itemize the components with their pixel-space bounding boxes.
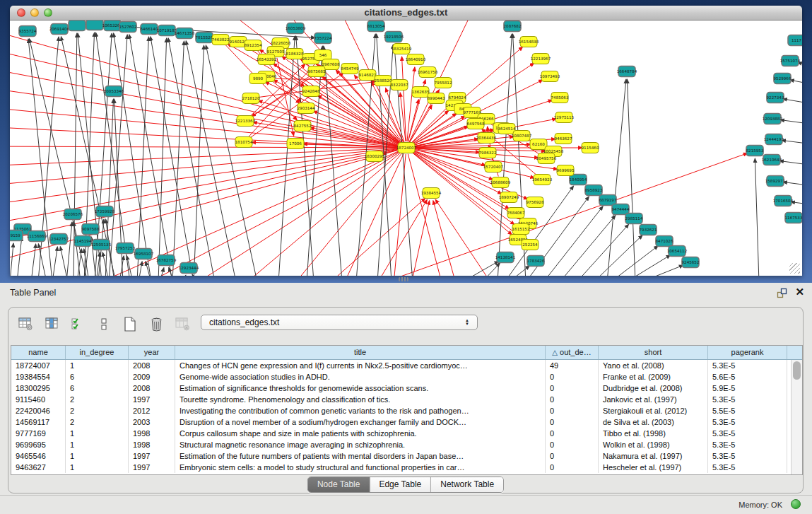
graph-node[interactable]: 1117 (788, 35, 802, 46)
graph-node[interactable]: 16961758 (418, 67, 438, 78)
graph-node[interactable]: 62160 (530, 139, 547, 150)
graph-node[interactable]: 16154838 (519, 37, 539, 47)
close-window-button[interactable] (17, 8, 25, 17)
zoom-window-button[interactable] (44, 8, 52, 17)
minimize-window-button[interactable] (30, 8, 39, 17)
scrollbar-thumb[interactable] (793, 361, 801, 380)
graph-node[interactable]: 39159 (10, 230, 23, 241)
column-header-pagerank[interactable]: pagerank (708, 346, 787, 359)
panel-splitter[interactable] (0, 276, 812, 283)
graph-node[interactable]: 9699695 (557, 165, 575, 176)
column-header-year[interactable]: year (129, 346, 175, 359)
graph-node[interactable]: 10688609 (490, 177, 511, 188)
graph-node[interactable]: 6497568 (467, 119, 485, 129)
vertical-scrollbar[interactable] (791, 360, 802, 474)
graph-node[interactable]: 1810754 (235, 137, 253, 148)
graph-node[interactable]: 17359928 (95, 206, 115, 217)
graph-node[interactable]: 14671358 (175, 28, 195, 39)
graph-node[interactable]: 8813054 (367, 21, 385, 32)
tab-network-table[interactable]: Network Table (431, 477, 503, 492)
graph-node[interactable]: 12093882 (763, 114, 782, 124)
graph-node[interactable]: 18640910 (406, 54, 426, 65)
column-header-name[interactable]: name (11, 346, 66, 359)
graph-node[interactable]: 17957253 (115, 243, 136, 254)
graph-node[interactable]: 9756928 (526, 197, 544, 208)
graph-node[interactable]: 15892971 (765, 176, 786, 187)
graph-node[interactable]: 9245652 (682, 257, 700, 268)
graph-node[interactable]: 12923444 (179, 263, 199, 274)
table-row[interactable]: 969969511998Structural magnetic resonanc… (11, 439, 802, 450)
close-icon[interactable]: ✕ (795, 286, 804, 298)
graph-node[interactable]: 7932621 (640, 225, 657, 235)
graph-node[interactable]: 11156869 (27, 231, 47, 242)
graph-node[interactable]: 16648784 (617, 66, 637, 77)
table-selector-dropdown[interactable]: citations_edges.txt ▲▼ (201, 315, 478, 330)
graph-node[interactable]: 9097588 (82, 224, 100, 235)
column-header-short[interactable]: short (599, 346, 708, 359)
graph-node[interactable]: 10654112 (667, 246, 687, 257)
graph-node[interactable] (69, 21, 86, 31)
graph-node[interactable]: 9355724 (19, 26, 37, 37)
table-row[interactable]: 2242004622012Investigating the contribut… (11, 405, 802, 416)
graph-node[interactable]: 18907249 (499, 192, 519, 203)
graph-node[interactable]: 12444193 (764, 134, 784, 145)
graph-node[interactable]: 1783426 (527, 256, 545, 267)
column-header-in-degree[interactable]: in_degree (66, 346, 129, 359)
graph-node[interactable]: 12505135 (91, 240, 112, 250)
tab-node-table[interactable]: Node Table (308, 477, 370, 492)
table-row[interactable]: 977716911998Corpus callosum shape and si… (11, 428, 802, 439)
graph-node[interactable]: 9115460 (582, 143, 599, 153)
graph-node[interactable]: 15720407 (483, 162, 504, 173)
graph-node[interactable]: 10973493 (540, 71, 560, 82)
graph-node[interactable]: 1145194 (74, 236, 92, 247)
graph-node[interactable]: 20691406 (49, 24, 70, 35)
graph-node[interactable]: 20053346 (104, 86, 124, 97)
graph-node[interactable]: 9890 (249, 74, 266, 84)
graph-node[interactable]: 20495756 (536, 153, 557, 164)
show-columns-icon[interactable] (43, 315, 60, 333)
table-row[interactable]: 911546021997Tourette syndrome. Phenomeno… (11, 394, 802, 405)
graph-node[interactable]: 1615152 (512, 224, 530, 235)
graph-node[interactable]: 7357224 (314, 33, 332, 44)
graph-node[interactable]: 18300295 (365, 151, 385, 162)
graph-node[interactable]: 2903144 (298, 103, 315, 114)
network-window-titlebar[interactable]: citations_edges.txt (10, 6, 802, 21)
graph-node[interactable]: 7684067 (507, 208, 525, 218)
graph-node[interactable]: 8912354 (245, 40, 262, 51)
table-row[interactable]: 1938455462009Genome-wide association stu… (11, 371, 802, 382)
graph-node[interactable]: 9242848 (302, 86, 320, 97)
graph-node[interactable]: 2087682 (504, 21, 522, 32)
delete-table-trash-icon[interactable] (148, 315, 165, 333)
network-canvas[interactable]: 9355724206914061065326715276026466140107… (10, 21, 802, 276)
table-row[interactable]: 1872400712008Changes of HCN gene express… (11, 360, 802, 371)
graph-node[interactable]: 252254 (522, 240, 539, 250)
graph-node[interactable]: 12342757 (49, 234, 69, 245)
graph-node[interactable]: 7955812 (435, 78, 452, 88)
graph-node[interactable]: 16543392 (257, 54, 276, 65)
graph-node[interactable]: 8990443 (428, 93, 445, 104)
graph-node[interactable]: 8322037 (391, 80, 408, 90)
graph-node[interactable]: 20206576 (63, 209, 83, 220)
canvas-resize-grip[interactable] (789, 263, 800, 274)
graph-node[interactable]: 19384554 (421, 188, 442, 199)
graph-node[interactable]: 16053809 (286, 23, 306, 34)
row-height-icon[interactable] (95, 315, 112, 333)
graph-node[interactable]: 7485063 (551, 93, 569, 103)
graph-node[interactable]: 2985114 (625, 214, 643, 224)
graph-node[interactable]: 16210643 (762, 155, 782, 165)
table-mode-settings-icon[interactable] (17, 315, 34, 333)
graph-node[interactable]: 16782759 (156, 255, 177, 266)
graph-node[interactable]: 8215953 (746, 146, 764, 156)
graph-node[interactable]: 12975115 (554, 112, 575, 123)
graph-node[interactable]: 15751074 (780, 56, 801, 66)
tab-edge-table[interactable]: Edge Table (370, 477, 431, 492)
table-row[interactable]: 1830029562008Estimation of significance … (11, 382, 802, 394)
graph-node[interactable]: 7463822 (212, 35, 230, 45)
column-header-out-de-[interactable]: △out_de… (546, 346, 599, 359)
graph-node[interactable]: 8186328 (286, 49, 304, 59)
graph-node[interactable]: 17006 (287, 139, 304, 149)
graph-node[interactable]: 9529966 (774, 74, 792, 84)
select-all-rows-icon[interactable] (69, 315, 86, 333)
graph-node[interactable]: 1527602 (119, 22, 137, 33)
graph-node[interactable]: 12213363 (235, 116, 256, 127)
